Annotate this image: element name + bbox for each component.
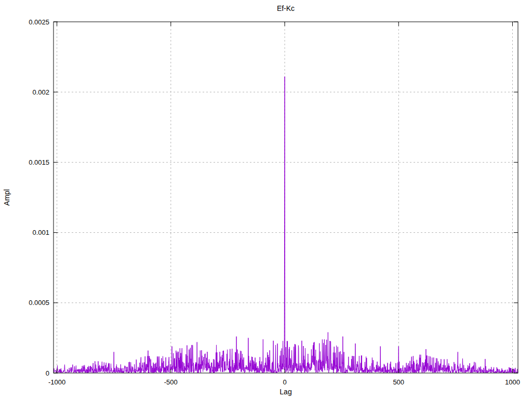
y-tick-label: 0: [46, 369, 49, 377]
x-axis-label: Lag: [54, 388, 518, 396]
tick-marks: [54, 22, 518, 373]
y-tick-label: 0.001: [32, 229, 49, 236]
x-tick-label: 500: [393, 378, 404, 386]
x-tick-label: -1000: [48, 378, 65, 386]
data-series-line: [54, 76, 518, 373]
x-tick-label: -500: [164, 378, 178, 386]
y-tick-label: 0.0025: [29, 18, 49, 26]
gridlines: [54, 22, 518, 373]
y-axis-label: Ampl: [3, 177, 11, 218]
plot-border: [54, 22, 518, 373]
chart-figure: Ef-Kc Ampl Lag -1000-5000500100000.00050…: [0, 0, 532, 399]
y-tick-label: 0.002: [32, 88, 49, 96]
x-tick-label: 1000: [505, 378, 520, 386]
chart-title: Ef-Kc: [54, 4, 518, 12]
correlation-plot: -1000-5000500100000.00050.0010.00150.002…: [0, 0, 532, 399]
x-tick-label: 0: [283, 378, 286, 386]
y-tick-label: 0.0015: [29, 158, 49, 166]
y-tick-label: 0.0005: [29, 299, 49, 307]
